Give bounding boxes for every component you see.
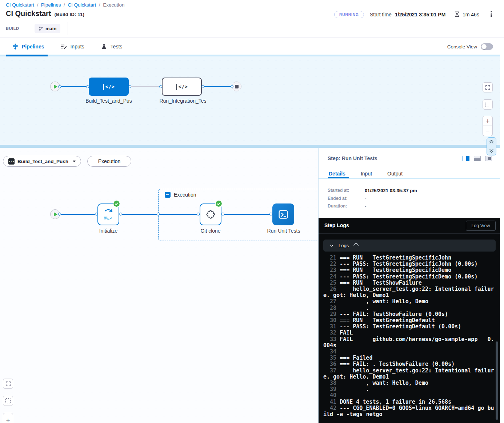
marquee-icon [485,102,490,107]
status-badge: RUNNING [334,11,364,18]
log-line-number: 22 [323,261,336,267]
breadcrumb-item[interactable]: Pipelines [41,2,68,8]
log-line-number: 37 [323,368,336,374]
play-icon [54,84,57,89]
breadcrumb-item[interactable]: CI Quickstart [6,2,41,8]
fullscreen-button[interactable] [3,379,13,389]
stage-canvas[interactable]: </> Build_Test_and_Push Execution Execut… [0,148,318,423]
log-line-text: === Failed [340,355,372,361]
breadcrumb-item[interactable]: Execution [103,2,124,8]
canvas-divider[interactable] [0,145,500,148]
connector-port [58,213,61,216]
console-view-toggle[interactable] [481,43,493,50]
tab-inputs[interactable]: Inputs [60,43,84,50]
connector-port [269,213,272,216]
stage-label: Build_Test_and_Pus [80,98,138,104]
stage-label: Run_Integration_Tes [154,98,212,104]
logs-section-label: Logs [339,243,349,248]
started-at-label: Started at: [328,188,365,193]
minus-icon: − [485,127,489,134]
step-node-run-unit-tests[interactable] [272,203,294,225]
plus-icon: + [6,417,10,423]
stage-node-build-test-and-push[interactable]: </> [89,78,129,96]
log-line: 24--- PASS: TestGreetingSpecificDemo (0.… [323,274,494,280]
tab-input[interactable]: Input [361,171,372,177]
tab-pipelines-label: Pipelines [22,44,44,50]
header: CI QuickstartPipelinesCI QuickstartExecu… [0,0,504,37]
log-line-number: 32 [323,330,336,336]
layout-right-split-icon[interactable] [463,156,469,161]
tab-details[interactable]: Details [329,171,345,177]
fullscreen-button[interactable] [483,82,493,92]
log-line-text: === RUN TestShowFailure [340,280,422,286]
log-line: 41DONE 4 tests, 1 failure in 26.568s [323,399,494,405]
pipelines-icon [12,43,19,50]
tab-tests-label: Tests [111,44,123,50]
zoom-in-button[interactable]: + [3,413,13,423]
ended-at-label: Ended at: [328,196,365,201]
log-line-number: 24 [323,274,336,280]
start-time-label: Start time [370,12,392,17]
collapse-group-icon[interactable] [165,192,171,198]
stage-selector-dropdown[interactable]: </> Build_Test_and_Push [3,156,81,167]
log-line: 29--- FAIL: TestShowFailure (0.00s) [323,311,494,317]
page: CI QuickstartPipelinesCI QuickstartExecu… [0,0,504,423]
log-line-text: DONE 4 tests, 1 failure in 26.568s [340,399,451,405]
connector-port [201,85,204,88]
log-line-text: --- PASS: TestGreetingDefault (0.00s) [340,323,461,330]
execution-pill[interactable]: Execution [87,156,131,167]
step-label: Git clone [181,228,240,234]
log-line-number: 36 [323,361,336,367]
pipeline-canvas[interactable]: </> </> Build_Test_and_Pus Run_Integrati… [0,56,500,145]
connector-port [58,85,61,88]
tab-pipelines[interactable]: Pipelines [12,43,44,50]
start-time-value: 1/25/2021 3:35:01 PM [395,12,445,17]
zoom-out-button[interactable]: − [483,126,493,136]
log-line: 30=== RUN TestGreetingDefault [323,317,494,324]
inputs-icon [60,43,67,50]
ended-at-value: - [365,196,366,201]
layout-right-panel-icon[interactable] [485,156,492,161]
chevron-down-icon [73,161,76,162]
step-node-initialize[interactable] [97,203,119,225]
step-label: Run Unit Tests [255,228,313,234]
log-scrollbar-thumb[interactable] [496,341,498,420]
connector-port [128,85,131,88]
layout-bottom-split-icon[interactable] [474,156,481,161]
connector-port [157,213,160,216]
marquee-select-button[interactable] [483,99,493,110]
step-node-git-clone[interactable] [200,203,221,225]
log-line: 32FAIL [323,330,494,336]
header-divider [68,22,68,35]
log-line-number: 26 [323,286,336,292]
hourglass-icon [454,11,460,17]
logs-section-toggle[interactable]: Logs [323,240,496,252]
log-line-number: 28 [323,305,336,311]
panel-resize-widget[interactable] [487,137,496,155]
build-id: (Build ID: 11) [54,12,84,17]
breadcrumb-item[interactable]: CI Quickstart [68,2,103,8]
tab-tests[interactable]: Tests [101,43,123,50]
log-line: 36=== FAIL: . TestShowFailure (0.00s) [323,361,494,367]
puzzle-icon [205,209,216,220]
marquee-select-button[interactable] [3,396,13,406]
chevron-double-up-icon [489,139,494,144]
log-line-text: === RUN TestGreetingSpecificDemo [340,267,451,273]
log-view-button[interactable]: Log View [466,221,496,231]
log-line-number: 34 [323,349,336,355]
step-label: Initialize [79,228,137,234]
log-line-text: , want: Hello, Demo [340,298,428,305]
log-line: 33FAIL github.com/harness/go-sample-app … [323,336,494,349]
stage-node-run-integration-tests[interactable]: </> [162,78,202,96]
log-line-number: 39 [323,386,336,392]
fullscreen-icon [5,381,11,387]
edge [203,86,232,87]
tab-output[interactable]: Output [387,171,403,177]
step-panel-title: Step: Run Unit Tests [328,155,377,161]
loading-spinner-icon [352,242,360,249]
zoom-in-button[interactable]: + [483,116,493,126]
kebab-menu-icon[interactable] [489,11,494,18]
log-line-text: FAIL github.com/harness/go-sample-app 0.… [323,336,494,349]
log-line: 22--- PASS: TestGreetingSpecificJohn (0.… [323,261,494,267]
connector-port [197,213,200,216]
